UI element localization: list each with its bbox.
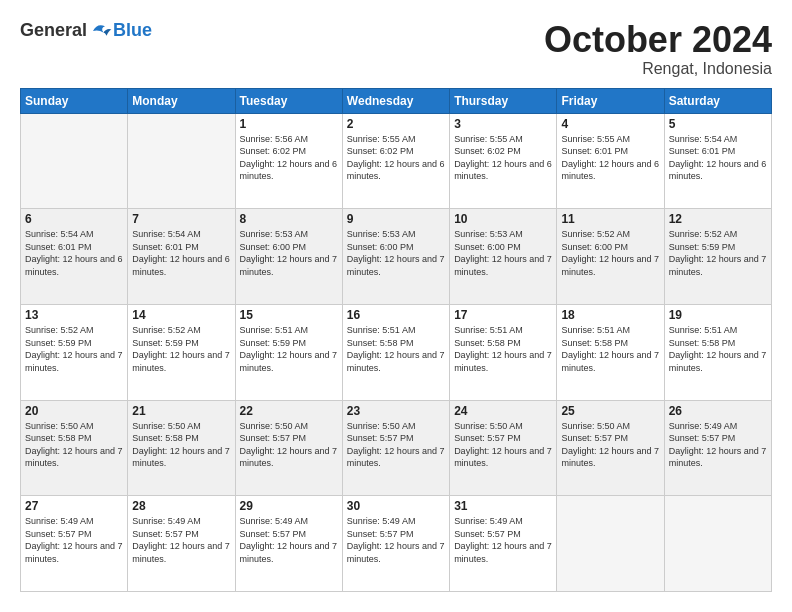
table-row — [664, 496, 771, 592]
day-number: 14 — [132, 308, 230, 322]
table-row — [128, 113, 235, 209]
day-number: 11 — [561, 212, 659, 226]
day-info: Sunrise: 5:55 AMSunset: 6:02 PMDaylight:… — [347, 133, 445, 183]
day-number: 28 — [132, 499, 230, 513]
calendar-week-row: 20Sunrise: 5:50 AMSunset: 5:58 PMDayligh… — [21, 400, 772, 496]
day-info: Sunrise: 5:49 AMSunset: 5:57 PMDaylight:… — [454, 515, 552, 565]
day-info: Sunrise: 5:53 AMSunset: 6:00 PMDaylight:… — [347, 228, 445, 278]
day-info: Sunrise: 5:52 AMSunset: 5:59 PMDaylight:… — [669, 228, 767, 278]
day-info: Sunrise: 5:54 AMSunset: 6:01 PMDaylight:… — [132, 228, 230, 278]
day-number: 10 — [454, 212, 552, 226]
logo: General Blue — [20, 20, 152, 41]
table-row: 3Sunrise: 5:55 AMSunset: 6:02 PMDaylight… — [450, 113, 557, 209]
day-info: Sunrise: 5:49 AMSunset: 5:57 PMDaylight:… — [240, 515, 338, 565]
table-row: 25Sunrise: 5:50 AMSunset: 5:57 PMDayligh… — [557, 400, 664, 496]
table-row: 22Sunrise: 5:50 AMSunset: 5:57 PMDayligh… — [235, 400, 342, 496]
header-thursday: Thursday — [450, 88, 557, 113]
calendar-header-row: Sunday Monday Tuesday Wednesday Thursday… — [21, 88, 772, 113]
header: General Blue October 2024 Rengat, Indone… — [20, 20, 772, 78]
table-row: 28Sunrise: 5:49 AMSunset: 5:57 PMDayligh… — [128, 496, 235, 592]
day-info: Sunrise: 5:52 AMSunset: 6:00 PMDaylight:… — [561, 228, 659, 278]
day-info: Sunrise: 5:50 AMSunset: 5:57 PMDaylight:… — [347, 420, 445, 470]
calendar-week-row: 6Sunrise: 5:54 AMSunset: 6:01 PMDaylight… — [21, 209, 772, 305]
day-info: Sunrise: 5:54 AMSunset: 6:01 PMDaylight:… — [669, 133, 767, 183]
table-row: 20Sunrise: 5:50 AMSunset: 5:58 PMDayligh… — [21, 400, 128, 496]
day-number: 30 — [347, 499, 445, 513]
table-row: 21Sunrise: 5:50 AMSunset: 5:58 PMDayligh… — [128, 400, 235, 496]
table-row: 9Sunrise: 5:53 AMSunset: 6:00 PMDaylight… — [342, 209, 449, 305]
day-info: Sunrise: 5:49 AMSunset: 5:57 PMDaylight:… — [347, 515, 445, 565]
day-number: 4 — [561, 117, 659, 131]
day-number: 26 — [669, 404, 767, 418]
header-monday: Monday — [128, 88, 235, 113]
table-row: 16Sunrise: 5:51 AMSunset: 5:58 PMDayligh… — [342, 304, 449, 400]
table-row — [21, 113, 128, 209]
title-area: October 2024 Rengat, Indonesia — [544, 20, 772, 78]
day-info: Sunrise: 5:49 AMSunset: 5:57 PMDaylight:… — [132, 515, 230, 565]
header-wednesday: Wednesday — [342, 88, 449, 113]
day-number: 3 — [454, 117, 552, 131]
day-number: 16 — [347, 308, 445, 322]
table-row: 30Sunrise: 5:49 AMSunset: 5:57 PMDayligh… — [342, 496, 449, 592]
day-info: Sunrise: 5:50 AMSunset: 5:57 PMDaylight:… — [454, 420, 552, 470]
day-number: 9 — [347, 212, 445, 226]
day-number: 19 — [669, 308, 767, 322]
day-number: 15 — [240, 308, 338, 322]
table-row: 11Sunrise: 5:52 AMSunset: 6:00 PMDayligh… — [557, 209, 664, 305]
table-row: 23Sunrise: 5:50 AMSunset: 5:57 PMDayligh… — [342, 400, 449, 496]
day-number: 18 — [561, 308, 659, 322]
day-number: 7 — [132, 212, 230, 226]
day-number: 5 — [669, 117, 767, 131]
day-number: 24 — [454, 404, 552, 418]
table-row: 24Sunrise: 5:50 AMSunset: 5:57 PMDayligh… — [450, 400, 557, 496]
table-row: 10Sunrise: 5:53 AMSunset: 6:00 PMDayligh… — [450, 209, 557, 305]
logo-blue: Blue — [113, 20, 152, 41]
day-info: Sunrise: 5:51 AMSunset: 5:58 PMDaylight:… — [669, 324, 767, 374]
day-info: Sunrise: 5:51 AMSunset: 5:58 PMDaylight:… — [347, 324, 445, 374]
subtitle: Rengat, Indonesia — [544, 60, 772, 78]
header-sunday: Sunday — [21, 88, 128, 113]
table-row: 19Sunrise: 5:51 AMSunset: 5:58 PMDayligh… — [664, 304, 771, 400]
day-info: Sunrise: 5:53 AMSunset: 6:00 PMDaylight:… — [454, 228, 552, 278]
header-saturday: Saturday — [664, 88, 771, 113]
day-info: Sunrise: 5:52 AMSunset: 5:59 PMDaylight:… — [25, 324, 123, 374]
table-row: 6Sunrise: 5:54 AMSunset: 6:01 PMDaylight… — [21, 209, 128, 305]
logo-bird-icon — [89, 21, 113, 41]
day-number: 27 — [25, 499, 123, 513]
table-row: 26Sunrise: 5:49 AMSunset: 5:57 PMDayligh… — [664, 400, 771, 496]
day-info: Sunrise: 5:52 AMSunset: 5:59 PMDaylight:… — [132, 324, 230, 374]
day-info: Sunrise: 5:55 AMSunset: 6:01 PMDaylight:… — [561, 133, 659, 183]
day-info: Sunrise: 5:54 AMSunset: 6:01 PMDaylight:… — [25, 228, 123, 278]
day-info: Sunrise: 5:51 AMSunset: 5:58 PMDaylight:… — [561, 324, 659, 374]
table-row: 18Sunrise: 5:51 AMSunset: 5:58 PMDayligh… — [557, 304, 664, 400]
table-row: 2Sunrise: 5:55 AMSunset: 6:02 PMDaylight… — [342, 113, 449, 209]
day-number: 13 — [25, 308, 123, 322]
calendar-week-row: 27Sunrise: 5:49 AMSunset: 5:57 PMDayligh… — [21, 496, 772, 592]
day-number: 8 — [240, 212, 338, 226]
table-row: 27Sunrise: 5:49 AMSunset: 5:57 PMDayligh… — [21, 496, 128, 592]
table-row: 29Sunrise: 5:49 AMSunset: 5:57 PMDayligh… — [235, 496, 342, 592]
table-row: 1Sunrise: 5:56 AMSunset: 6:02 PMDaylight… — [235, 113, 342, 209]
day-number: 12 — [669, 212, 767, 226]
day-number: 20 — [25, 404, 123, 418]
calendar-week-row: 13Sunrise: 5:52 AMSunset: 5:59 PMDayligh… — [21, 304, 772, 400]
day-info: Sunrise: 5:50 AMSunset: 5:58 PMDaylight:… — [132, 420, 230, 470]
day-info: Sunrise: 5:51 AMSunset: 5:58 PMDaylight:… — [454, 324, 552, 374]
page: General Blue October 2024 Rengat, Indone… — [0, 0, 792, 612]
day-info: Sunrise: 5:49 AMSunset: 5:57 PMDaylight:… — [25, 515, 123, 565]
table-row: 15Sunrise: 5:51 AMSunset: 5:59 PMDayligh… — [235, 304, 342, 400]
calendar: Sunday Monday Tuesday Wednesday Thursday… — [20, 88, 772, 592]
day-number: 31 — [454, 499, 552, 513]
day-number: 25 — [561, 404, 659, 418]
month-title: October 2024 — [544, 20, 772, 60]
day-number: 29 — [240, 499, 338, 513]
table-row: 7Sunrise: 5:54 AMSunset: 6:01 PMDaylight… — [128, 209, 235, 305]
table-row: 5Sunrise: 5:54 AMSunset: 6:01 PMDaylight… — [664, 113, 771, 209]
day-info: Sunrise: 5:50 AMSunset: 5:58 PMDaylight:… — [25, 420, 123, 470]
day-info: Sunrise: 5:51 AMSunset: 5:59 PMDaylight:… — [240, 324, 338, 374]
table-row: 14Sunrise: 5:52 AMSunset: 5:59 PMDayligh… — [128, 304, 235, 400]
day-number: 21 — [132, 404, 230, 418]
day-info: Sunrise: 5:50 AMSunset: 5:57 PMDaylight:… — [240, 420, 338, 470]
table-row: 8Sunrise: 5:53 AMSunset: 6:00 PMDaylight… — [235, 209, 342, 305]
day-info: Sunrise: 5:56 AMSunset: 6:02 PMDaylight:… — [240, 133, 338, 183]
